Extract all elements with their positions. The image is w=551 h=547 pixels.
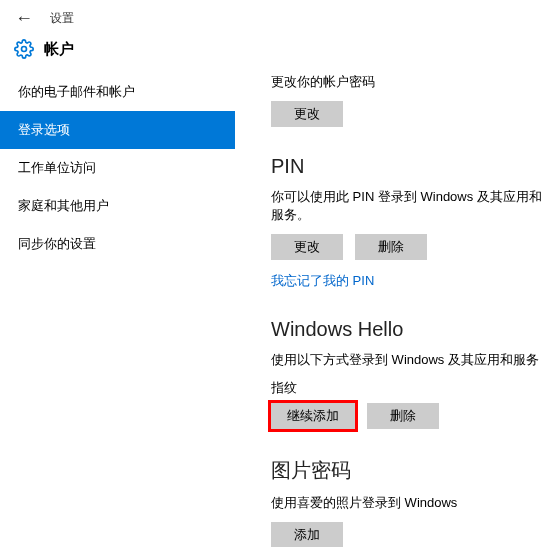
sidebar-item-label: 家庭和其他用户 bbox=[18, 198, 109, 213]
svg-point-0 bbox=[22, 47, 27, 52]
sidebar-item-label: 登录选项 bbox=[18, 122, 70, 137]
password-change-button[interactable]: 更改 bbox=[271, 101, 343, 127]
sidebar-item-family-users[interactable]: 家庭和其他用户 bbox=[0, 187, 235, 225]
sidebar-item-email-accounts[interactable]: 你的电子邮件和帐户 bbox=[0, 73, 235, 111]
settings-header-label: 设置 bbox=[50, 10, 74, 27]
sidebar-item-label: 工作单位访问 bbox=[18, 160, 96, 175]
gear-icon bbox=[14, 39, 34, 59]
sidebar-item-label: 同步你的设置 bbox=[18, 236, 96, 251]
pin-desc: 你可以使用此 PIN 登录到 Windows 及其应用和服务。 bbox=[271, 188, 551, 224]
hello-heading: Windows Hello bbox=[271, 318, 551, 341]
page-title: 帐户 bbox=[44, 40, 74, 59]
pin-change-button[interactable]: 更改 bbox=[271, 234, 343, 260]
picture-password-section: 图片密码 使用喜爱的照片登录到 Windows 添加 bbox=[271, 457, 551, 547]
picture-add-button[interactable]: 添加 bbox=[271, 522, 343, 547]
pin-section: PIN 你可以使用此 PIN 登录到 Windows 及其应用和服务。 更改 删… bbox=[271, 155, 551, 290]
back-arrow-icon[interactable]: ← bbox=[14, 8, 34, 29]
password-desc: 更改你的帐户密码 bbox=[271, 73, 551, 91]
pin-forgot-link[interactable]: 我忘记了我的 PIN bbox=[271, 272, 374, 290]
content-area: 更改你的帐户密码 更改 PIN 你可以使用此 PIN 登录到 Windows 及… bbox=[235, 73, 551, 547]
password-section: 更改你的帐户密码 更改 bbox=[271, 73, 551, 127]
sidebar-item-work-access[interactable]: 工作单位访问 bbox=[0, 149, 235, 187]
sidebar-item-signin-options[interactable]: 登录选项 bbox=[0, 111, 235, 149]
fingerprint-label: 指纹 bbox=[271, 379, 551, 397]
sidebar-item-label: 你的电子邮件和帐户 bbox=[18, 84, 135, 99]
sidebar-item-sync-settings[interactable]: 同步你的设置 bbox=[0, 225, 235, 263]
hello-desc: 使用以下方式登录到 Windows 及其应用和服务 bbox=[271, 351, 551, 369]
pin-heading: PIN bbox=[271, 155, 551, 178]
fingerprint-add-button[interactable]: 继续添加 bbox=[271, 403, 355, 429]
hello-section: Windows Hello 使用以下方式登录到 Windows 及其应用和服务 … bbox=[271, 318, 551, 429]
picture-desc: 使用喜爱的照片登录到 Windows bbox=[271, 494, 551, 512]
sidebar: 你的电子邮件和帐户 登录选项 工作单位访问 家庭和其他用户 同步你的设置 bbox=[0, 73, 235, 547]
pin-delete-button[interactable]: 删除 bbox=[355, 234, 427, 260]
fingerprint-delete-button[interactable]: 删除 bbox=[367, 403, 439, 429]
picture-heading: 图片密码 bbox=[271, 457, 551, 484]
